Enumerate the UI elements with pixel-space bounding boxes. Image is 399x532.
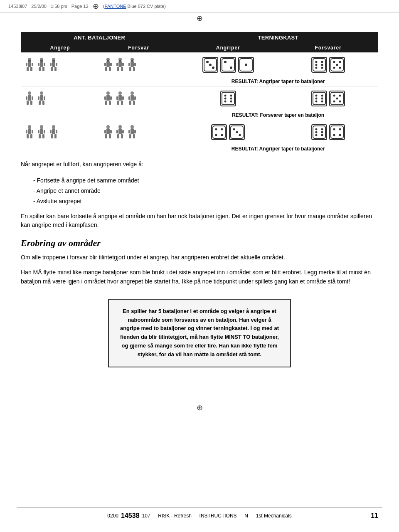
- combat-row-3: [21, 120, 378, 145]
- svg-rect-19: [56, 63, 57, 66]
- svg-rect-40: [134, 63, 136, 66]
- svg-point-169: [333, 134, 335, 136]
- choice-item-1: Fortsette å angripe det samme området: [33, 175, 378, 186]
- soldier-icon: [24, 58, 35, 72]
- svg-point-110: [339, 95, 341, 97]
- defense-soldiers-1: [99, 53, 178, 77]
- svg-rect-141: [121, 134, 123, 138]
- svg-rect-87: [122, 96, 124, 100]
- svg-rect-4: [26, 63, 27, 66]
- svg-rect-31: [121, 67, 123, 71]
- choice-item-3: Avslutte angrepet: [33, 196, 378, 207]
- svg-rect-38: [133, 67, 135, 71]
- svg-rect-29: [118, 61, 122, 67]
- attack-dice-group-2: [181, 91, 275, 106]
- svg-rect-67: [30, 101, 32, 105]
- result-row-2: RESULTAT: Forsvarer taper en bataljon: [21, 111, 378, 120]
- svg-point-54: [315, 64, 318, 66]
- svg-point-47: [224, 61, 227, 63]
- svg-rect-115: [28, 128, 31, 134]
- attack-soldiers-1: [21, 53, 99, 77]
- soldier-icon: [48, 125, 59, 139]
- svg-rect-23: [105, 67, 107, 71]
- result-spacer-1: [21, 77, 178, 86]
- svg-rect-15: [52, 61, 55, 67]
- die-6: [220, 91, 236, 106]
- col-forsvarer: Forsvarer: [278, 43, 378, 53]
- svg-point-109: [333, 95, 335, 97]
- printer-info: 14538i07 25/2/00 1:58 pm Page 12 ⊕ (PANT…: [0, 0, 399, 13]
- combat-table: ANT. BATALJONER TERNINGKAST Angrep Forsv…: [21, 32, 378, 153]
- defense-dice-2: [278, 86, 378, 111]
- svg-rect-124: [38, 130, 39, 133]
- svg-rect-127: [52, 128, 55, 134]
- svg-rect-139: [118, 128, 122, 134]
- svg-point-168: [339, 128, 341, 131]
- svg-rect-5: [32, 63, 33, 66]
- svg-rect-66: [27, 101, 29, 105]
- soldier-icon: [103, 125, 113, 139]
- svg-point-61: [336, 64, 338, 66]
- svg-rect-135: [109, 134, 111, 138]
- result-text-1: RESULTAT: Angriper taper to bataljoner: [178, 77, 378, 86]
- die-3: [238, 57, 254, 73]
- example-box: En spiller har 5 bataljoner i et område …: [108, 299, 291, 367]
- svg-rect-150: [213, 126, 225, 138]
- svg-rect-77: [106, 95, 110, 101]
- attack-soldiers-group-3: [24, 125, 96, 139]
- result-spacer-2: [21, 111, 178, 120]
- svg-point-160: [315, 128, 318, 131]
- svg-point-95: [224, 95, 226, 97]
- footer-lang: N: [244, 513, 248, 519]
- svg-rect-36: [131, 61, 134, 67]
- svg-rect-119: [32, 130, 33, 133]
- defense-dice-3: [278, 120, 378, 145]
- col-angriper: Angriper: [178, 43, 278, 53]
- svg-point-167: [333, 128, 335, 131]
- svg-rect-10: [42, 67, 44, 71]
- svg-point-165: [321, 134, 323, 136]
- svg-rect-2: [27, 67, 29, 71]
- svg-rect-79: [109, 101, 111, 105]
- svg-point-99: [224, 101, 226, 103]
- die-4: [311, 57, 327, 73]
- svg-point-106: [315, 101, 318, 103]
- combat-row-2: [21, 86, 378, 111]
- svg-rect-71: [40, 95, 43, 101]
- svg-rect-41: [131, 60, 133, 62]
- attack-soldiers-group-2: [24, 91, 96, 106]
- svg-point-126: [52, 125, 55, 128]
- svg-rect-6: [28, 60, 31, 62]
- svg-rect-24: [109, 67, 111, 71]
- svg-rect-134: [105, 134, 107, 138]
- svg-rect-25: [104, 63, 106, 66]
- svg-point-64: [28, 91, 31, 95]
- main-note-text: En spiller kan bare fortsette å angripe …: [21, 212, 378, 229]
- svg-rect-68: [26, 96, 27, 100]
- svg-point-76: [106, 91, 110, 95]
- svg-rect-129: [54, 134, 57, 138]
- svg-point-48: [230, 66, 232, 69]
- svg-point-59: [333, 61, 335, 63]
- svg-rect-39: [128, 63, 130, 66]
- soldier-icon: [24, 91, 35, 106]
- svg-point-113: [339, 101, 341, 103]
- soldier-icon: [127, 91, 138, 106]
- printer-page: Page 12: [71, 4, 89, 9]
- svg-rect-122: [39, 134, 41, 138]
- registration-mark-top: ⊕: [93, 2, 99, 10]
- svg-point-100: [230, 101, 232, 103]
- footer-spacer4: [251, 513, 254, 519]
- svg-point-50: [245, 64, 247, 66]
- svg-rect-90: [129, 101, 131, 105]
- svg-point-170: [339, 134, 341, 136]
- svg-rect-136: [104, 130, 106, 133]
- svg-rect-80: [104, 96, 106, 100]
- table-header-row: ANT. BATALJONER TERNINGKAST: [21, 32, 378, 43]
- svg-rect-74: [38, 96, 39, 100]
- svg-point-45: [212, 66, 214, 69]
- printer-code: 14538i07: [8, 4, 27, 9]
- svg-point-103: [321, 95, 323, 97]
- svg-rect-84: [117, 101, 119, 105]
- printer-date: 25/2/00: [31, 4, 47, 9]
